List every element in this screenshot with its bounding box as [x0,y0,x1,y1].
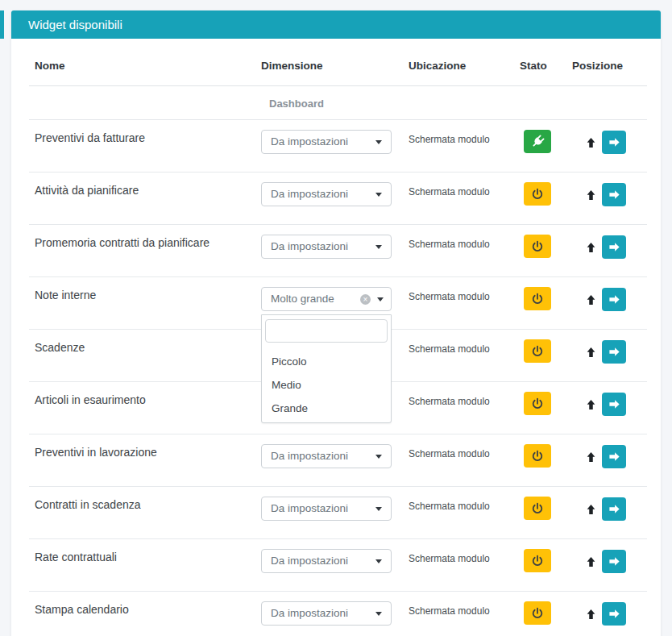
toggle-state-button[interactable] [524,549,551,572]
dropdown-search-input[interactable] [265,319,388,343]
arrow-right-icon [608,189,620,201]
widget-name: Scadenze [29,330,261,382]
widget-dialog: Widget disponibili Nome Dimensione Ubica… [11,10,661,636]
toggle-state-button[interactable] [524,601,551,625]
column-header-stato: Stato [520,39,572,86]
move-up-icon[interactable] [585,136,597,149]
table-row: Promemoria contratti da pianificare Da i… [29,225,647,277]
table-row: Stampa calendario Da impostazioni Scherm… [29,592,647,636]
column-header-nome: Nome [29,39,261,86]
move-up-icon[interactable] [585,241,597,254]
move-to-button[interactable] [602,445,626,468]
dimension-select[interactable]: Da impostazioni [261,444,392,468]
chevron-down-icon [377,297,384,301]
table-row: Note interne Molto grande × PiccoloMedio… [29,277,647,330]
table-row: Attività da pianificare Da impostazioni … [29,173,647,225]
dimension-select[interactable]: Da impostazioni [261,182,392,206]
power-icon [531,450,544,463]
widget-name: Attività da pianificare [29,173,261,225]
dropdown-option[interactable]: Piccolo [262,350,391,373]
move-to-button[interactable] [602,340,626,364]
move-to-button[interactable] [602,602,626,626]
dimension-select[interactable]: Da impostazioni [261,235,392,259]
move-to-button[interactable] [602,393,626,416]
widget-location: Schermata modulo [409,343,490,355]
move-up-icon[interactable] [585,189,597,202]
widget-location: Schermata modulo [409,553,490,564]
arrow-right-icon [608,503,620,515]
dialog-title: Widget disponibili [11,10,661,39]
dimension-select[interactable]: Da impostazioni [261,549,392,573]
toggle-state-button[interactable] [524,497,551,520]
widget-location: Schermata modulo [409,605,490,617]
toggle-state-button[interactable] [524,235,551,258]
widget-location: Schermata modulo [409,239,490,250]
widgets-table: Nome Dimensione Ubicazione Stato Posizio… [29,39,647,636]
table-row: Preventivi da fatturare Da impostazioni … [29,120,647,173]
widget-location: Schermata modulo [409,134,490,145]
dimension-select[interactable]: Da impostazioni [261,130,392,154]
dimension-select-value: Da impostazioni [262,550,391,572]
widget-location: Schermata modulo [409,396,490,407]
column-header-posizione: Posizione [572,39,647,86]
dimension-select[interactable]: Molto grande × [261,287,392,311]
table-row: Preventivi in lavorazione Da impostazion… [29,434,647,487]
move-up-icon[interactable] [585,608,597,621]
move-up-icon[interactable] [585,346,597,359]
move-up-icon[interactable] [585,451,597,463]
dimension-dropdown-panel: PiccoloMedioGrande [261,314,392,423]
dimension-select-value: Da impostazioni [262,445,391,468]
table-row: Rate contrattuali Da impostazioni Scherm… [29,539,647,592]
move-to-button[interactable] [602,183,626,206]
move-up-icon[interactable] [585,293,597,306]
arrow-right-icon [608,293,620,306]
move-up-icon[interactable] [585,555,597,568]
toggle-state-button[interactable] [524,339,551,363]
chevron-down-icon [375,245,382,249]
dimension-select-value: Molto grande [262,288,391,310]
move-up-icon[interactable] [585,503,597,516]
widget-location: Schermata modulo [409,501,490,512]
dimension-select-value: Da impostazioni [262,235,391,258]
move-to-button[interactable] [602,497,626,521]
toggle-state-button[interactable] [524,392,551,415]
arrow-right-icon [608,241,620,253]
dimension-select-value: Da impostazioni [262,131,391,153]
toggle-state-button[interactable] [524,130,551,153]
power-icon [531,502,544,515]
power-icon [531,188,544,201]
arrow-right-icon [608,555,620,567]
chevron-down-icon [375,193,382,197]
dimension-select-value: Da impostazioni [262,183,391,206]
move-to-button[interactable] [602,288,626,311]
widget-name: Rate contrattuali [29,539,261,592]
dimension-select[interactable]: Da impostazioni [261,497,392,521]
arrow-right-icon [608,608,620,620]
move-to-button[interactable] [602,131,626,154]
chevron-down-icon [375,140,382,144]
background-panel-edge [0,10,4,39]
arrow-right-icon [608,136,620,148]
dropdown-option[interactable]: Medio [262,373,391,397]
widget-name: Preventivi in lavorazione [29,434,261,487]
arrow-right-icon [608,398,620,410]
dropdown-option[interactable]: Grande [262,397,391,420]
widget-location: Schermata modulo [409,448,490,459]
clear-selection-icon[interactable]: × [360,294,371,305]
dimension-select[interactable]: Da impostazioni [261,601,392,626]
arrow-right-icon [608,451,620,463]
dimension-select-value: Da impostazioni [262,602,391,625]
move-to-button[interactable] [602,235,626,259]
widget-name: Promemoria contratti da pianificare [29,225,261,277]
power-icon [531,555,544,567]
chevron-down-icon [375,559,382,563]
toggle-state-button[interactable] [524,444,551,468]
chevron-down-icon [375,612,382,616]
toggle-state-button[interactable] [524,287,551,310]
dimension-select-value: Da impostazioni [262,497,391,520]
widget-location: Schermata modulo [409,291,490,302]
move-to-button[interactable] [602,550,626,573]
move-up-icon[interactable] [585,398,597,411]
chevron-down-icon [375,455,382,459]
toggle-state-button[interactable] [524,182,551,206]
